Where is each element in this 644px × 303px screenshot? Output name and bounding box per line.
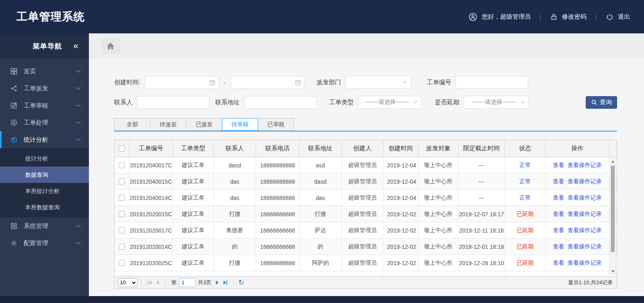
cell-creator: 超级管理员	[342, 239, 383, 255]
action-link[interactable]: 查看操作记录	[568, 227, 602, 234]
sidebar-item-label: 工单审核	[24, 102, 76, 110]
tab-dispatched[interactable]: 已派发	[186, 118, 222, 131]
action-link[interactable]: 查看操作记录	[568, 211, 602, 218]
tab-pending-dispatch[interactable]: 待派发	[150, 118, 186, 131]
scroll-up-arrow[interactable]	[610, 158, 615, 164]
divider: |	[595, 13, 597, 20]
action-link[interactable]: 查看操作记录	[568, 259, 602, 267]
cell-actions: 查看查看操作记录	[546, 206, 609, 222]
tab-all[interactable]: 全部	[114, 118, 150, 131]
table-scrollbar[interactable]	[610, 158, 616, 274]
top-bar: 工单管理系统 您好，超级管理员 | 修改密码 | 退出	[0, 0, 644, 33]
range-separator: -	[224, 79, 226, 86]
sidebar-item-dispatch[interactable]: 工单派发	[0, 80, 89, 97]
logout-button[interactable]: 退出	[606, 13, 630, 21]
next-page-button[interactable]	[213, 279, 221, 287]
row-checkbox[interactable]	[119, 260, 125, 266]
select-all-checkbox[interactable]	[119, 145, 125, 152]
page-size-select[interactable]: 10	[118, 278, 137, 287]
refresh-icon[interactable]: ↻	[238, 279, 244, 286]
sidebar-item-label: 配置管理	[24, 239, 76, 247]
cell-status: 已延期	[505, 239, 546, 255]
sidebar-item-config[interactable]: 配置管理	[0, 235, 89, 252]
table-row: 201912020015C建议工单打撒18888888888打撒超级管理员201…	[115, 206, 617, 222]
create-time-end-input[interactable]	[230, 76, 304, 89]
prev-page-button[interactable]	[153, 279, 162, 287]
cell-created: 2019-12-04 15	[383, 157, 418, 173]
divider	[165, 279, 166, 286]
order-no-input[interactable]	[456, 76, 528, 89]
user-greeting[interactable]: 您好，超级管理员	[469, 13, 531, 21]
gear-icon	[10, 240, 18, 246]
cell-contact: 打撒	[214, 255, 256, 271]
row-checkbox[interactable]	[119, 195, 125, 201]
row-select-cell	[115, 222, 129, 238]
order-type-select[interactable]: -------请选择-------	[358, 96, 422, 109]
sidebar-subitem-data-query[interactable]: 数据查询	[0, 167, 89, 183]
action-link[interactable]: 查看	[553, 194, 564, 202]
home-button[interactable]	[101, 38, 120, 54]
table-row: 201912040014C建议工单das18888888888das超级管理员2…	[115, 190, 617, 206]
action-link[interactable]: 查看	[553, 178, 564, 185]
search-button[interactable]: 查询	[586, 96, 617, 109]
chevron-down-icon	[76, 87, 81, 90]
col-status: 状态	[505, 140, 546, 157]
row-checkbox[interactable]	[119, 227, 125, 233]
action-link[interactable]: 查看操作记录	[568, 178, 602, 185]
action-link[interactable]: 查看	[553, 162, 564, 169]
scroll-thumb[interactable]	[611, 166, 615, 252]
sidebar-item-review[interactable]: 工单审核	[0, 97, 89, 114]
create-time-start-input[interactable]	[145, 76, 219, 89]
action-link[interactable]: 查看操作记录	[568, 243, 602, 250]
page-number-input[interactable]	[179, 278, 196, 287]
row-checkbox[interactable]	[119, 162, 125, 168]
cell-phone: 18888888888	[256, 239, 299, 255]
is-delayed-select[interactable]: -------请选择-------	[464, 96, 529, 109]
action-link[interactable]: 查看	[553, 211, 564, 218]
cell-actions: 查看查看操作记录	[546, 157, 609, 173]
chevron-up-icon	[76, 138, 81, 141]
sidebar-subitem-statistics[interactable]: 统计分析	[0, 150, 89, 167]
sidebar-item-process[interactable]: 工单处理	[0, 114, 89, 131]
row-select-cell	[115, 190, 129, 206]
order-type-value: -------请选择-------	[365, 99, 409, 106]
cell-address: dasd	[299, 173, 342, 189]
sidebar-item-statistics[interactable]: 统计分析	[0, 131, 89, 148]
action-link[interactable]: 查看	[553, 259, 564, 267]
sidebar-subitem-branch-statistics[interactable]: 本所统计分析	[0, 183, 89, 199]
sidebar-item-system[interactable]: 系统管理	[0, 217, 89, 235]
top-right-menu: 您好，超级管理员 | 修改密码 | 退出	[469, 13, 630, 21]
row-select-cell	[115, 157, 129, 173]
first-page-button[interactable]	[145, 279, 153, 287]
action-link[interactable]: 查看	[553, 227, 564, 234]
sidebar-subitem-branch-data-query[interactable]: 本所数据查询	[0, 199, 89, 215]
filter-panel: 创建时间: - 派发部门	[89, 59, 644, 116]
cell-phone: 18888888888	[256, 157, 299, 173]
last-page-button[interactable]	[221, 279, 230, 287]
select-all-cell	[115, 140, 129, 157]
sidebar-item-home[interactable]: 首页	[0, 63, 89, 80]
change-password-button[interactable]: 修改密码	[550, 13, 586, 21]
scroll-down-arrow[interactable]	[610, 268, 615, 274]
address-input[interactable]	[244, 96, 317, 109]
contact-input[interactable]	[137, 96, 209, 109]
tab-reviewed[interactable]: 已审核	[258, 118, 294, 131]
action-link[interactable]: 查看	[553, 243, 564, 250]
sidebar-collapse-icon[interactable]: «	[73, 42, 78, 50]
cell-contact: 奥德赛	[214, 222, 256, 238]
dispatch-dept-label: 派发部门	[316, 79, 341, 86]
triangle-down-icon	[611, 270, 615, 272]
address-label: 联系地址	[215, 99, 240, 106]
cell-deadline: ---	[458, 157, 505, 173]
tab-pending-review[interactable]: 待审核	[222, 118, 258, 131]
sidebar-title: 菜单导航	[24, 42, 70, 51]
row-checkbox[interactable]	[119, 244, 125, 250]
row-checkbox[interactable]	[119, 178, 125, 184]
cell	[214, 271, 256, 276]
cell-status: 正常	[505, 190, 546, 206]
sidebar-item-label: 统计分析	[24, 136, 76, 144]
action-link[interactable]: 查看操作记录	[568, 162, 602, 169]
action-link[interactable]: 查看操作记录	[568, 194, 602, 202]
dispatch-dept-select[interactable]	[345, 76, 411, 89]
row-checkbox[interactable]	[119, 211, 125, 217]
